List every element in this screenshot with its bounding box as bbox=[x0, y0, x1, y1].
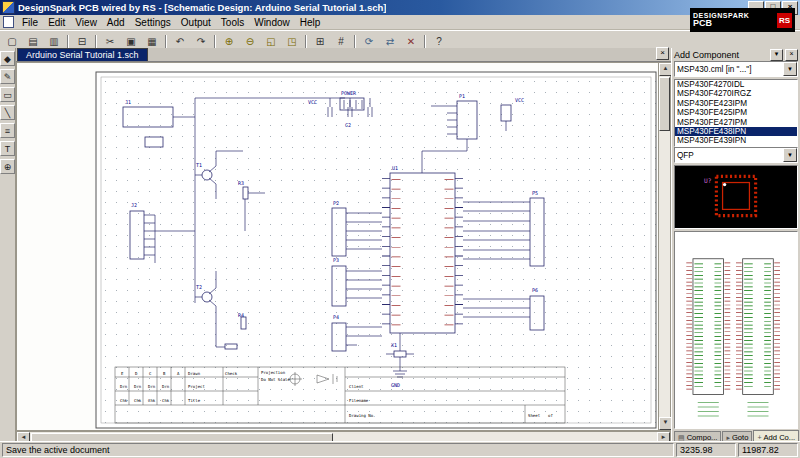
schematic-label: D bbox=[135, 371, 138, 376]
schematic-label: T2 bbox=[196, 284, 202, 290]
junction-tool-icon[interactable]: ⊕ bbox=[0, 159, 15, 174]
schematic-label: T1 bbox=[196, 162, 202, 168]
schematic-label: J2 bbox=[131, 202, 137, 208]
chevron-down-icon[interactable]: ▼ bbox=[783, 148, 797, 162]
schematic-label: P1 bbox=[459, 93, 465, 99]
toolbar-separator bbox=[354, 35, 356, 49]
component-list-item[interactable]: MSP430FE427IPM bbox=[675, 118, 797, 127]
schematic-label: Drn bbox=[134, 384, 142, 389]
wire-tool-icon[interactable]: ╲ bbox=[0, 105, 15, 120]
schematic-label: J1 bbox=[125, 99, 131, 105]
brand-product: PCB bbox=[693, 19, 749, 28]
schematic-label: Project bbox=[188, 384, 205, 389]
title-bar: DesignSpark PCB wired by RS - [Schematic… bbox=[0, 0, 800, 15]
document-tabstrip: Arduino Serial Tutorial 1.sch × bbox=[16, 48, 671, 62]
library-dropdown-value: MSP430.cml [in "..."] bbox=[677, 65, 752, 74]
menu-window[interactable]: Window bbox=[249, 17, 295, 28]
bus-tool-icon[interactable]: ≡ bbox=[0, 123, 15, 138]
component-tool-icon[interactable]: ▭ bbox=[0, 87, 15, 102]
schematic-label: Title bbox=[188, 398, 201, 403]
schematic-label: A bbox=[177, 371, 180, 376]
schematic-label: Drawing No. bbox=[349, 413, 376, 418]
schematic-label: P2 bbox=[333, 200, 339, 206]
schematic-drawing: POWERVCCVCCJ1U1T1T2P1P2P3P4P5P6J2X1C2R3R… bbox=[95, 71, 657, 429]
chevron-down-icon[interactable]: ▼ bbox=[783, 62, 797, 76]
schematic-label: R3 bbox=[238, 180, 244, 186]
schematic-label: Sheet bbox=[528, 413, 541, 418]
toolbar-separator bbox=[214, 35, 216, 49]
status-message: Save the active document bbox=[2, 443, 674, 457]
footprint-ref-label: U? bbox=[704, 177, 712, 184]
panel-tab-icon: + bbox=[757, 434, 761, 441]
schematic-label: of bbox=[548, 413, 553, 418]
menu-file[interactable]: File bbox=[17, 17, 43, 28]
schematic-label: Check bbox=[225, 371, 238, 376]
schematic-label: E bbox=[121, 371, 124, 376]
main-area: ◆✎▭╲≡T⊕ Arduino Serial Tutorial 1.sch × bbox=[0, 48, 800, 444]
component-list-item[interactable]: MSP430F4270IDL bbox=[675, 80, 797, 89]
schematic-label: Do Not Scale bbox=[261, 377, 290, 382]
text-tool-icon[interactable]: T bbox=[0, 141, 15, 156]
schematic-canvas[interactable]: POWERVCCVCCJ1U1T1T2P1P2P3P4P5P6J2X1C2R3R… bbox=[16, 62, 658, 431]
schematic-label: Drn bbox=[120, 384, 128, 389]
schematic-label: Client bbox=[349, 384, 364, 389]
vertical-scroll-thumb[interactable] bbox=[659, 77, 670, 131]
document-tab[interactable]: Arduino Serial Tutorial 1.sch bbox=[17, 48, 148, 61]
schematic-label: B bbox=[163, 371, 166, 376]
panel-close-icon[interactable]: × bbox=[785, 49, 798, 61]
cursor-y-coordinate: 11987.82 bbox=[738, 443, 798, 457]
package-dropdown[interactable]: QFP ▼ bbox=[674, 147, 798, 163]
schematic-label: Drn bbox=[148, 384, 156, 389]
component-list-item[interactable]: MSP430FE425IPM bbox=[675, 108, 797, 117]
schematic-label: GND bbox=[391, 382, 400, 388]
vertical-scrollbar[interactable]: ▲ ▼ bbox=[658, 62, 671, 431]
menu-help[interactable]: Help bbox=[295, 17, 326, 28]
schematic-label: P6 bbox=[532, 287, 538, 293]
schematic-tool-palette: ◆✎▭╲≡T⊕ bbox=[0, 48, 16, 444]
schematic-label: C2 bbox=[345, 122, 351, 128]
document-close-icon[interactable]: × bbox=[656, 47, 669, 60]
select-tool-icon[interactable]: ◆ bbox=[0, 51, 15, 66]
schematic-label: Drawn bbox=[188, 371, 201, 376]
window-title: DesignSpark PCB wired by RS - [Schematic… bbox=[18, 2, 386, 13]
edit-tool-icon[interactable]: ✎ bbox=[0, 69, 15, 84]
menu-bar: FileEditViewAddSettingsOutputToolsWindow… bbox=[0, 15, 800, 30]
schematic-label: P3 bbox=[333, 257, 339, 263]
schematic-label: U1 bbox=[392, 165, 398, 171]
status-bar: Save the active document 3235.98 11987.8… bbox=[0, 441, 800, 458]
menu-view[interactable]: View bbox=[70, 17, 102, 28]
schematic-label: P4 bbox=[333, 314, 339, 320]
component-list-item[interactable]: MSP430FE423IPM bbox=[675, 99, 797, 108]
menu-add[interactable]: Add bbox=[102, 17, 130, 28]
app-window: DesignSpark PCB wired by RS - [Schematic… bbox=[0, 0, 800, 458]
schematic-label: X1 bbox=[391, 342, 397, 348]
schematic-label: Chk bbox=[162, 398, 170, 403]
schematic-label: POWER bbox=[341, 90, 357, 96]
toolbar-separator bbox=[95, 35, 97, 49]
schematic-label: Projection bbox=[261, 370, 286, 375]
symbol-preview bbox=[674, 231, 798, 429]
component-list-item[interactable]: MSP430F4270IRGZ bbox=[675, 89, 797, 98]
panel-menu-icon[interactable]: ▾ bbox=[770, 49, 783, 61]
rs-badge: RS bbox=[777, 13, 792, 28]
add-component-panel: Add Component ▾ × MSP430.cml [in "..."] … bbox=[671, 48, 800, 444]
library-dropdown[interactable]: MSP430.cml [in "..."] ▼ bbox=[674, 61, 798, 77]
schematic-label: P5 bbox=[532, 190, 538, 196]
menu-output[interactable]: Output bbox=[176, 17, 216, 28]
schematic-label: Chk bbox=[134, 398, 142, 403]
schematic-label: C bbox=[149, 371, 152, 376]
package-dropdown-value: QFP bbox=[677, 151, 694, 160]
component-list: MSP430F4270IDLMSP430F4270IRGZMSP430FE423… bbox=[674, 79, 798, 147]
app-icon bbox=[2, 1, 15, 14]
footprint-preview: U? bbox=[674, 165, 798, 229]
canvas-wrap: Arduino Serial Tutorial 1.sch × bbox=[16, 48, 671, 444]
toolbar-separator bbox=[305, 35, 307, 49]
menu-edit[interactable]: Edit bbox=[43, 17, 70, 28]
component-list-item[interactable]: MSP430FE439IPN bbox=[675, 136, 797, 145]
menu-tools[interactable]: Tools bbox=[216, 17, 249, 28]
document-icon[interactable] bbox=[3, 16, 14, 28]
toolbar-separator bbox=[165, 35, 167, 49]
component-list-item[interactable]: MSP430FE438IPN bbox=[675, 127, 797, 136]
cursor-x-coordinate: 3235.98 bbox=[676, 443, 736, 457]
menu-settings[interactable]: Settings bbox=[130, 17, 176, 28]
